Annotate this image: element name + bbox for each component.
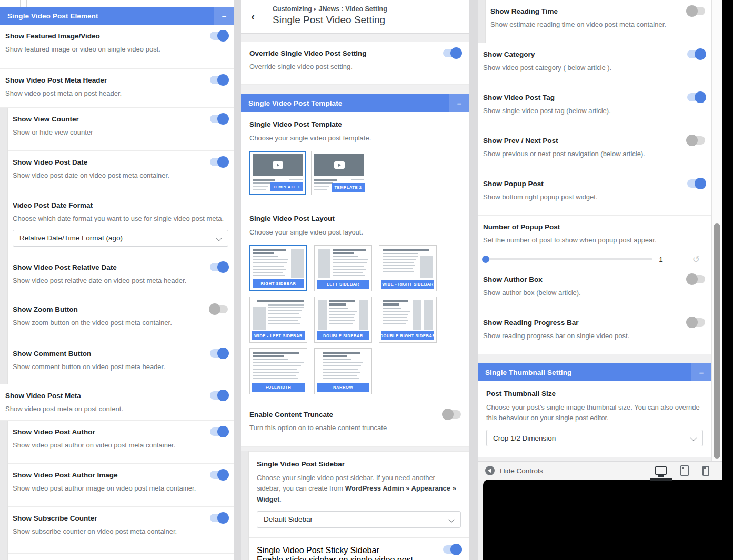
setting-row: Show Subscribe Counter Show subscribe co… xyxy=(0,507,234,554)
layout-option-narrow[interactable]: NARROW xyxy=(314,348,372,394)
preview-void xyxy=(483,480,733,560)
setting-desc: Show video post author on video post met… xyxy=(13,441,203,451)
collapse-icon[interactable]: – xyxy=(691,363,711,381)
setting-title: Video Post Date Format xyxy=(13,201,228,209)
template-options: TEMPLATE 1 TEMPLATE 2 xyxy=(249,151,461,195)
layout-option-wide-left-sidebar[interactable]: WIDE - LEFT SIDEBAR xyxy=(249,297,307,343)
toggle-show-comment-button[interactable] xyxy=(210,349,228,358)
breadcrumb-current: JNews : Video Setting xyxy=(319,5,387,13)
toggle-show-zoom-button[interactable] xyxy=(210,305,228,313)
section-header-single-video-post-template[interactable]: Single Video Post Template – xyxy=(241,94,469,112)
setting-row: Show Zoom Button Show zoom button on the… xyxy=(0,298,234,342)
layout-option-double-sidebar[interactable]: DOUBLE SIDEBAR xyxy=(314,297,372,343)
template-section-body: Single Video Post Template Choose your s… xyxy=(241,112,469,403)
toggle-show-featured-image[interactable] xyxy=(210,32,228,40)
setting-title: Number of Popup Post xyxy=(483,223,702,231)
toggle-show-popup-post[interactable] xyxy=(687,179,705,188)
template-option-1[interactable]: TEMPLATE 1 xyxy=(249,151,306,195)
layout-option-wide-right-sidebar[interactable]: WIDE - RIGHT SIDEBAR xyxy=(379,245,437,291)
select-value: Default Sidebar xyxy=(264,515,313,523)
collapse-icon[interactable]: – xyxy=(449,94,469,112)
scrollbar-track[interactable] xyxy=(711,0,722,461)
setting-desc: Show or hide view counter xyxy=(13,128,203,138)
toggle-knob xyxy=(695,91,706,103)
toggle-knob xyxy=(686,135,698,146)
chevron-down-icon xyxy=(448,516,454,522)
control-desc: Choose your single video post template. xyxy=(249,133,461,144)
tablet-preview-button[interactable] xyxy=(680,465,689,476)
section-heading: Customizing▸JNews : Video Setting Single… xyxy=(265,0,393,33)
template-option-2[interactable]: TEMPLATE 2 xyxy=(311,151,367,195)
back-icon: ‹ xyxy=(251,11,255,23)
setting-row: Override Single Video Post Setting Overr… xyxy=(241,42,469,85)
select-value: Crop 1/2 Dimension xyxy=(493,434,556,442)
phone-icon xyxy=(702,466,709,476)
setting-desc: Enable sticky sidebar on single video po… xyxy=(257,555,429,560)
toggle-show-relative-date[interactable] xyxy=(210,263,228,271)
toggle-show-author-box[interactable] xyxy=(687,275,705,283)
toggle-show-post-meta[interactable] xyxy=(210,391,228,400)
toggle-show-post-date[interactable] xyxy=(210,158,228,166)
toggle-show-subscribe-counter[interactable] xyxy=(210,514,228,522)
thumbnail-size-select[interactable]: Crop 1/2 Dimension xyxy=(486,430,703,446)
toggle-knob xyxy=(450,47,462,59)
toggle-show-meta-header[interactable] xyxy=(210,76,228,84)
setting-title: Show Video Post Relative Date xyxy=(13,263,203,271)
setting-title: Show Zoom Button xyxy=(13,306,203,313)
layout-option-fullwidth[interactable]: FULLWIDTH xyxy=(249,348,307,394)
setting-desc: Show video post date on video post meta … xyxy=(13,171,203,181)
customizer-footer-bar: Hide Controls xyxy=(478,461,722,480)
setting-desc: Show zoom button on the video post meta … xyxy=(13,318,203,328)
toggle-knob xyxy=(686,273,698,285)
collapse-arrow-icon[interactable] xyxy=(485,466,495,475)
layout-option-left-sidebar[interactable]: LEFT SIDEBAR xyxy=(314,245,372,291)
scrollbar-thumb[interactable] xyxy=(714,223,720,459)
setting-title: Override Single Video Post Setting xyxy=(249,49,438,57)
setting-desc: Show estimate reading time on video post… xyxy=(490,20,680,30)
desktop-preview-button[interactable] xyxy=(655,466,667,475)
popup-count-slider[interactable] xyxy=(483,258,652,260)
setting-desc: Show video post relative date on video p… xyxy=(13,276,203,286)
setting-desc: Show bottom right popup post widget. xyxy=(483,192,680,202)
layout-option-double-right-sidebar[interactable]: DOUBLE RIGHT SIDEBAR xyxy=(379,297,437,343)
setting-title: Show Video Post Meta xyxy=(5,392,203,400)
toggle-show-progress-bar[interactable] xyxy=(687,318,705,327)
section-header-single-video-post-element[interactable]: Single Video Post Element – xyxy=(0,7,234,25)
reset-icon[interactable]: ↺ xyxy=(692,255,700,264)
toggle-content-truncate[interactable] xyxy=(443,410,461,419)
play-icon xyxy=(273,161,283,169)
play-icon xyxy=(334,161,345,169)
toggle-show-view-counter[interactable] xyxy=(210,115,228,123)
toggle-knob xyxy=(217,113,229,125)
toggle-knob xyxy=(217,74,229,86)
layout-options: RIGHT SIDEBAR LEFT SIDEBAR WIDE - RIGHT … xyxy=(249,245,461,394)
toggle-show-reading-time[interactable] xyxy=(687,7,705,15)
setting-desc: Show video post category ( below article… xyxy=(483,63,680,73)
toggle-show-category[interactable] xyxy=(687,50,705,58)
toggle-show-post-author[interactable] xyxy=(210,427,228,436)
setting-row: Single Video Post Sticky Sidebar Enable … xyxy=(257,538,461,560)
setting-desc: Choose which date format you want to use… xyxy=(13,214,228,224)
collapse-icon[interactable]: – xyxy=(214,7,234,25)
hide-controls-button[interactable]: Hide Controls xyxy=(500,467,543,475)
toggle-show-prev-next[interactable] xyxy=(687,136,705,145)
control-label: Post Thumbnail Size xyxy=(486,390,703,398)
toggle-sticky-sidebar[interactable] xyxy=(443,545,461,554)
slider-handle[interactable] xyxy=(482,256,489,263)
chevron-down-icon xyxy=(690,435,696,441)
section-header-single-thumbnail-setting[interactable]: Single Thumbnail Setting – xyxy=(478,363,711,381)
setting-title: Single Video Post Sticky Sidebar xyxy=(257,546,429,555)
panel-single-video-post-element: Single Video Post Element – Show Feature… xyxy=(0,0,234,560)
layout-option-right-sidebar[interactable]: RIGHT SIDEBAR xyxy=(249,245,307,291)
toggle-show-author-image[interactable] xyxy=(210,471,228,479)
section-title: Single Video Post Template xyxy=(248,99,342,107)
phone-preview-button[interactable] xyxy=(702,466,709,476)
setting-row: Show Video Post Author Image Show video … xyxy=(0,464,234,507)
sidebar-select[interactable]: Default Sidebar xyxy=(257,511,461,528)
setting-title: Show Popup Post xyxy=(483,180,680,188)
toggle-show-post-tag[interactable] xyxy=(687,93,705,101)
date-format-select[interactable]: Relative Date/Time Format (ago) xyxy=(13,230,228,247)
toggle-override-setting[interactable] xyxy=(443,49,461,57)
back-button[interactable]: ‹ xyxy=(241,0,265,33)
control-label: Single Video Post Sidebar xyxy=(257,460,461,468)
